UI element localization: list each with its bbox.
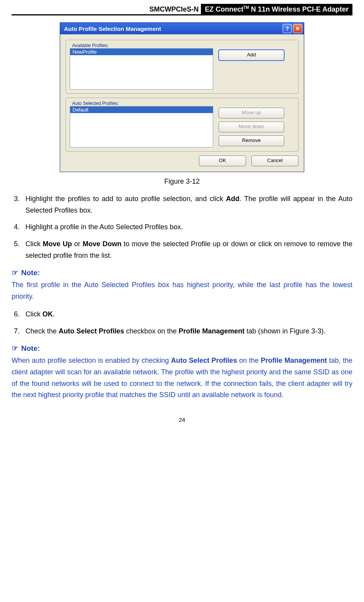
note-text: on the [237,357,261,364]
move-up-button[interactable]: Move up [219,108,284,118]
step-text: Highlight the profiles to add to auto pr… [25,195,226,203]
available-profiles-label: Available Profiles: [71,43,110,48]
available-profiles-list[interactable]: NewProfile [70,48,213,90]
step-bold: Move Up [43,240,72,248]
auto-selected-profiles-label: Auto Selected Profiles: [71,101,120,106]
step-text: Click [25,240,43,248]
step-text: or [72,240,83,248]
figure-caption: Figure 3-12 [12,178,352,186]
step-bold: Add [226,195,239,203]
step-bold: Move Down [83,240,121,248]
note-heading: Note: [12,344,352,353]
step-bold: Auto Select Profiles [59,327,124,335]
step-7: Check the Auto Select Profiles checkbox … [22,326,352,337]
dialog-title: Auto Profile Selection Management [64,25,281,32]
step-bold: Profile Management [179,327,244,335]
step-text: tab (shown in Figure 3-3). [244,327,325,335]
step-6: Click OK. [22,309,352,320]
page-header: SMCWPCIeS-N EZ ConnectTM N 11n Wireless … [12,4,352,15]
list-item[interactable]: NewProfile [70,49,213,55]
header-product-prefix: EZ Connect [205,5,243,13]
step-4: Highlight a profile in the Auto Selected… [22,222,352,233]
ok-button[interactable]: OK [199,156,246,166]
auto-selected-profiles-list[interactable]: Default [70,106,213,147]
tm-superscript: TM [243,5,249,10]
step-text: . [53,310,55,318]
header-model: SMCWPCIeS-N [147,4,201,14]
step-3: Highlight the profiles to add to auto pr… [22,193,352,216]
step-5: Click Move Up or Move Down to move the s… [22,238,352,261]
step-bold: OK [42,310,53,318]
note-body: The first profile in the Auto Selected P… [12,279,352,302]
move-down-button[interactable]: Move down [219,122,284,132]
help-icon[interactable]: ? [283,24,292,33]
titlebar: Auto Profile Selection Management ? ✕ [60,23,304,34]
header-product: EZ ConnectTM N 11n Wireless PCI-E Adapte… [201,4,352,14]
step-text: Click [25,310,42,318]
add-button[interactable]: Add [219,50,284,61]
cancel-button[interactable]: Cancel [251,156,298,166]
auto-profile-dialog: Auto Profile Selection Management ? ✕ Av… [60,22,304,172]
instruction-list-a: Highlight the profiles to add to auto pr… [12,193,352,261]
note-bold: Auto Select Profiles [171,357,237,364]
note-body: When auto profile selection is enabled b… [12,355,352,401]
note-text: When auto profile selection is enabled b… [12,357,171,364]
list-item[interactable]: Default [70,107,213,113]
step-text: Check the [25,327,59,335]
available-profiles-group: Available Profiles: NewProfile Add [66,40,298,94]
step-text: Highlight a profile in the Auto Selected… [25,223,183,231]
remove-button[interactable]: Remove [219,135,284,146]
note-heading: Note: [12,268,352,277]
step-text: checkbox on the [124,327,179,335]
page-number: 24 [12,416,352,423]
instruction-list-b: Click OK. Check the Auto Select Profiles… [12,309,352,337]
header-product-suffix: N 11n Wireless PCI-E Adapter [249,5,349,13]
note-bold: Profile Management [261,357,327,364]
close-icon[interactable]: ✕ [293,24,302,33]
auto-selected-profiles-group: Auto Selected Profiles: Default Move up … [66,98,298,152]
